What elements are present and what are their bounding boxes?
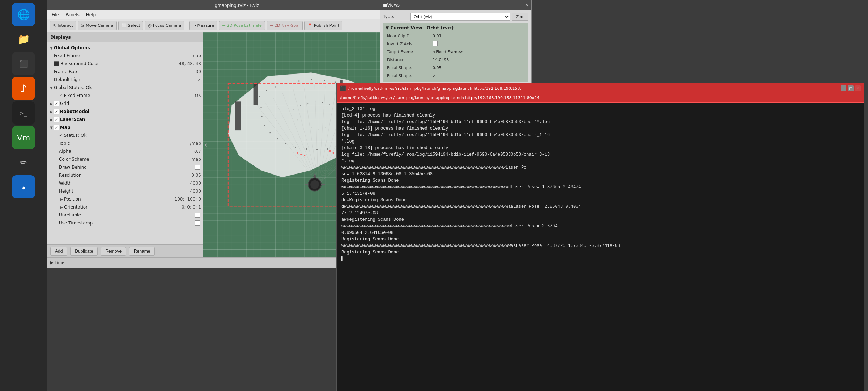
grid-checkbox[interactable]: ✓ [54, 101, 59, 106]
terminal-line: ▌ [341, 256, 859, 262]
terminal-app-icon: ⬛ [340, 85, 346, 91]
grid-row[interactable]: ▶ ✓ Grid [47, 100, 203, 108]
svg-rect-29 [298, 81, 299, 82]
terminal-body[interactable]: ble_2-13*.log[bed-4] process has finishe… [337, 103, 864, 391]
map-checkbox[interactable]: ✓ [54, 125, 59, 130]
folder-icon[interactable]: 📁 [12, 28, 35, 51]
type-select[interactable]: Orbit (rviz) [410, 13, 510, 21]
terminal-maximize[interactable]: □ [848, 85, 854, 91]
global-status-arrow: ▼ [49, 85, 54, 90]
map-width-row[interactable]: Width 4000 [47, 179, 203, 187]
file-menu[interactable]: File [49, 12, 62, 18]
map-color-scheme-row[interactable]: Color Scheme map [47, 155, 203, 163]
terminal-line: ble_2-13*.log [341, 106, 859, 112]
svg-rect-65 [326, 127, 326, 127]
pose-estimate-icon: → [222, 23, 225, 28]
remove-button[interactable]: Remove [101, 247, 126, 256]
time-bar-label[interactable]: ▶ Time [50, 260, 64, 265]
interact-button[interactable]: ↖ Interact [50, 21, 76, 30]
svg-rect-61 [297, 119, 297, 120]
nav-goal-button[interactable]: → 2D Nav Goal [267, 21, 303, 30]
target-frame-label: Target Frame [386, 50, 433, 54]
map-unreliable-label: Unreliable [59, 213, 81, 218]
map-orientation-arrow: ▶ [59, 205, 64, 210]
map-use-timestamp-row[interactable]: Use Timestamp [47, 219, 203, 227]
global-status-row[interactable]: ▼ Global Status: Ok [47, 84, 203, 92]
terminal-line: [bed-4] process has finished cleanly [341, 112, 859, 119]
default-light-label: Default Light [54, 77, 82, 82]
measure-button[interactable]: ⇔ Measure [189, 21, 217, 30]
displays-footer: Add Duplicate Remove Rename [47, 244, 203, 257]
views-close[interactable]: ✕ [525, 3, 528, 8]
panels-menu[interactable]: Panels [63, 12, 82, 18]
rename-button[interactable]: Rename [129, 247, 155, 256]
background-color-value: 48; 48; 48 [179, 61, 201, 66]
map-alpha-row[interactable]: Alpha 0.7 [47, 147, 203, 155]
svg-rect-52 [261, 116, 263, 117]
publish-point-label: Publish Point [314, 23, 339, 28]
views-titlebar: ■ Views ✕ [380, 0, 531, 10]
map-unreliable-row[interactable]: Unreliable [47, 211, 203, 219]
default-light-row[interactable]: Default Light ✓ [47, 76, 203, 84]
viewport-left-arrow[interactable]: ‹ [204, 140, 208, 150]
map-use-timestamp-checkbox[interactable] [195, 220, 200, 226]
background-color-row[interactable]: Background Color 48; 48; 48 [47, 60, 203, 68]
terminal-line: wwwwwwwwwwwwwwwwwwwwwwwwwwwwwwwwwwwwwwww… [341, 243, 859, 249]
terminal-icon[interactable]: ⬛ [12, 52, 35, 75]
robot-model-row[interactable]: ▶ ✓ RobotModel [47, 108, 203, 115]
map-alpha-label: Alpha [59, 149, 71, 154]
map-draw-behind-row[interactable]: Draw Behind [47, 163, 203, 171]
map-orientation-row[interactable]: ▶ Orientation 0; 0; 0; 1 [47, 203, 203, 211]
global-options-row[interactable]: ▼ Global Options [47, 44, 203, 52]
near-clip-value: 0.01 [433, 34, 442, 38]
map-topic-value: /map [190, 141, 201, 146]
distance-value: 14.0493 [433, 58, 449, 62]
music-icon[interactable]: ♪ [12, 77, 35, 100]
map-draw-behind-checkbox[interactable] [195, 165, 200, 170]
svg-rect-50 [269, 132, 271, 133]
terminal-tab-text: /home/firefly/catkin_ws/src/slam_pkg/lau… [340, 96, 539, 100]
publish-point-button[interactable]: 📍 Publish Point [304, 21, 342, 30]
frame-rate-row[interactable]: Frame Rate 30 [47, 68, 203, 76]
terminal-line: wwwwwwwwwwwwwwwwwwwwwwwwwwwwwwwwwwwwwwww… [341, 184, 859, 190]
terminal-close[interactable]: ✕ [855, 85, 861, 91]
duplicate-button[interactable]: Duplicate [70, 247, 98, 256]
browser-icon[interactable]: 🌐 [12, 3, 35, 26]
pose-estimate-button[interactable]: → 2D Pose Estimate [219, 21, 265, 30]
laser-scan-checkbox[interactable]: ✓ [54, 117, 59, 122]
focus-camera-icon: ◎ [148, 23, 152, 28]
console-icon[interactable]: >_ [12, 101, 35, 125]
add-button[interactable]: Add [50, 247, 67, 256]
edit-icon[interactable]: ✏ [12, 151, 35, 174]
help-menu[interactable]: Help [83, 12, 99, 18]
laser-scan-row[interactable]: ▶ ✓ LaserScan [47, 115, 203, 123]
select-button[interactable]: ⬜ Select [118, 21, 144, 30]
distance-label: Distance [386, 58, 433, 62]
vscode-icon[interactable]: ⬥ [12, 175, 35, 198]
move-camera-button[interactable]: ⇲ Move Camera [78, 21, 116, 30]
terminal-line: *.log [341, 138, 859, 145]
map-height-value: 4000 [190, 189, 201, 194]
focus-camera-button[interactable]: ◎ Focus Camera [145, 21, 184, 30]
terminal-line: 0.999504 2.6416Se-08 [341, 230, 859, 236]
terminal-tab[interactable]: /home/firefly/catkin_ws/src/slam_pkg/lau… [337, 93, 864, 103]
taskbar: 🌐 📁 ⬛ ♪ >_ Vm ✏ ⬥ [0, 0, 47, 391]
map-label: Map [60, 125, 71, 130]
fixed-frame-row[interactable]: Fixed Frame map [47, 52, 203, 60]
map-height-row[interactable]: Height 4000 [47, 187, 203, 195]
map-status-row[interactable]: ✓ Status: Ok [47, 131, 203, 139]
svg-rect-66 [297, 152, 298, 154]
vim-icon[interactable]: Vm [12, 126, 35, 149]
map-resolution-row[interactable]: Resolution 0.05 [47, 171, 203, 179]
map-position-row[interactable]: ▶ Position -100; -100; 0 [47, 195, 203, 203]
robot-model-checkbox[interactable]: ✓ [54, 109, 59, 114]
map-topic-row[interactable]: Topic /map [47, 139, 203, 147]
map-row[interactable]: ▼ ✓ Map [47, 123, 203, 131]
terminal-minimize[interactable]: — [841, 85, 846, 91]
map-draw-behind-label: Draw Behind [59, 165, 87, 170]
map-unreliable-checkbox[interactable] [195, 213, 200, 218]
zero-button[interactable]: Zero [512, 13, 528, 21]
interact-icon: ↖ [53, 23, 56, 28]
terminal-line: log file: /home/firefly/.ros/log/1159419… [341, 132, 859, 138]
fixed-frame-status-row[interactable]: ✓ Fixed Frame OK [47, 92, 203, 100]
